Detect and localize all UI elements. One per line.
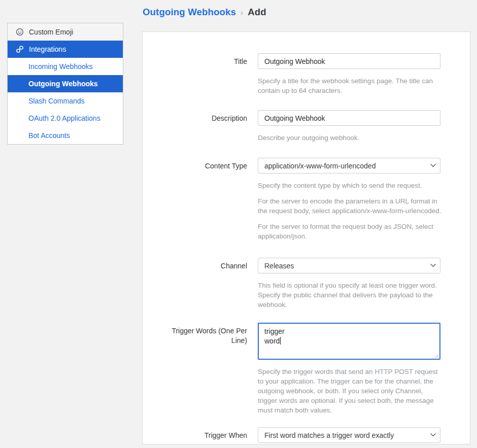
- text-cursor: [280, 337, 281, 344]
- channel-label: Channel: [143, 258, 247, 271]
- trigger-words-help-text: Specify the trigger words that send an H…: [258, 367, 442, 415]
- trigger-when-field-row: Trigger When First word matches a trigge…: [143, 427, 470, 443]
- sidebar-item-label: Incoming Webhooks: [28, 62, 93, 71]
- description-input[interactable]: [258, 110, 440, 126]
- description-help-text: Describe your outgoing webhook.: [258, 133, 442, 143]
- title-label: Title: [143, 53, 247, 66]
- title-help-text: Specify a title for the webhook settings…: [258, 76, 442, 95]
- sidebar-item-slash-commands[interactable]: Slash Commands: [8, 92, 123, 110]
- content-type-label: Content Type: [143, 158, 247, 171]
- title-input[interactable]: [258, 53, 440, 69]
- trigger-when-label: Trigger When: [143, 427, 247, 440]
- channel-help-text: This field is optional if you specify at…: [258, 281, 442, 309]
- trigger-words-line: word: [264, 337, 280, 345]
- link-icon: [16, 45, 24, 53]
- content-type-field-row: Content Type application/x-www-form-urle…: [143, 158, 470, 241]
- title-field-row: Title Specify a title for the webhook se…: [143, 53, 470, 95]
- sidebar-item-label: Bot Accounts: [28, 131, 70, 140]
- sidebar-item-integrations[interactable]: Integrations: [8, 41, 123, 58]
- breadcrumb: Outgoing Webhooks › Add: [143, 7, 266, 18]
- trigger-words-field-row: Trigger Words (One Per Line) trigger wor…: [143, 323, 470, 415]
- sidebar-item-label: Slash Commands: [28, 97, 85, 105]
- trigger-when-select[interactable]: First word matches a trigger word exactl…: [258, 427, 440, 443]
- sidebar-item-oauth-applications[interactable]: OAuth 2.0 Applications: [8, 110, 123, 127]
- sidebar-item-label: Integrations: [29, 45, 66, 53]
- breadcrumb-outgoing-webhooks-link[interactable]: Outgoing Webhooks: [143, 7, 236, 18]
- description-label: Description: [143, 110, 247, 123]
- content-type-select[interactable]: application/x-www-form-urlencoded: [258, 158, 440, 174]
- sidebar-item-label: OAuth 2.0 Applications: [28, 114, 100, 122]
- sidebar-item-outgoing-webhooks[interactable]: Outgoing Webhooks: [8, 75, 123, 92]
- resize-grip-icon[interactable]: [434, 353, 439, 358]
- breadcrumb-current-page: Add: [248, 7, 266, 18]
- trigger-words-label: Trigger Words (One Per Line): [143, 323, 247, 346]
- trigger-words-textarea[interactable]: trigger word: [258, 323, 440, 360]
- channel-select[interactable]: Releases: [258, 258, 440, 273]
- sidebar-item-label: Custom Emoji: [29, 28, 73, 36]
- content-type-help-text-1: Specify the content type by which to sen…: [258, 181, 442, 190]
- smiley-icon: [16, 28, 24, 36]
- description-field-row: Description Describe your outgoing webho…: [143, 110, 470, 143]
- sidebar-item-custom-emoji[interactable]: Custom Emoji: [8, 23, 123, 41]
- sidebar-item-label: Outgoing Webhooks: [28, 80, 98, 88]
- integrations-sidebar: Custom Emoji Integrations Incoming Webho…: [7, 23, 123, 145]
- channel-field-row: Channel Releases This field is optional …: [143, 258, 470, 309]
- add-outgoing-webhook-form: Title Specify a title for the webhook se…: [142, 31, 470, 444]
- sidebar-item-bot-accounts[interactable]: Bot Accounts: [8, 127, 123, 144]
- content-type-help-text-2: For the server to encode the parameters …: [258, 196, 442, 216]
- sidebar-item-incoming-webhooks[interactable]: Incoming Webhooks: [8, 58, 123, 75]
- trigger-words-line: trigger: [264, 327, 434, 336]
- content-type-help-text-3: For the server to format the request bod…: [258, 222, 442, 241]
- breadcrumb-separator-icon: ›: [241, 8, 243, 17]
